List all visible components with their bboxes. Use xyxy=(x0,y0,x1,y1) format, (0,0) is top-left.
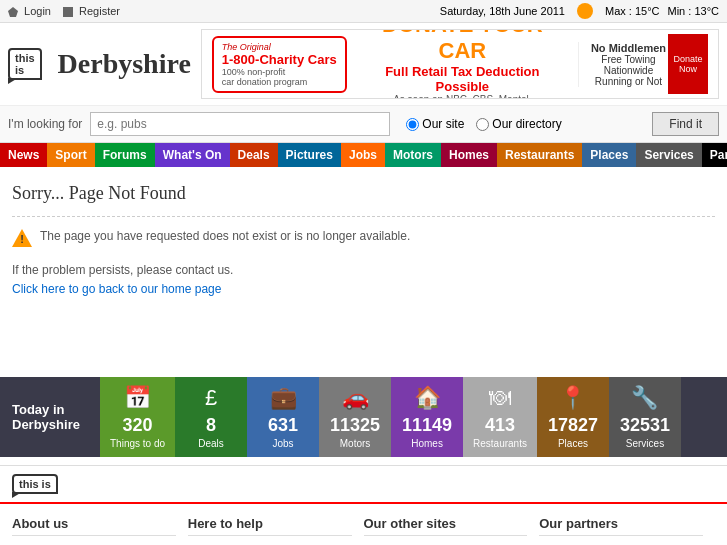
radio-group: Our site Our directory xyxy=(406,117,561,131)
stat-icon-motors: 🚗 xyxy=(342,385,369,411)
footer-col-title-our-partners: Our partners xyxy=(539,516,703,536)
footer-col-here-to-help: Here to help xyxy=(188,516,364,542)
min-temp: Min : 13°C xyxy=(668,5,719,17)
nav-item-homes[interactable]: Homes xyxy=(441,143,497,167)
stat-item-things-to-do[interactable]: 📅320Things to do xyxy=(100,377,175,457)
banner-ad[interactable]: The Original 1-800-Charity Cars 100% non… xyxy=(201,29,719,99)
radio-directory[interactable]: Our directory xyxy=(476,117,561,131)
nav-item-sport[interactable]: Sport xyxy=(47,143,94,167)
stat-icon-restaurants: 🍽 xyxy=(489,385,511,411)
nav-item-jobs[interactable]: Jobs xyxy=(341,143,385,167)
nav-item-restaurants[interactable]: Restaurants xyxy=(497,143,582,167)
charity-name: 1-800-Charity Cars xyxy=(222,52,337,67)
banner-right: No Middlemen Free Towing Nationwide Runn… xyxy=(578,42,668,87)
find-button[interactable]: Find it xyxy=(652,112,719,136)
stat-icon-places: 📍 xyxy=(559,385,586,411)
nav-bar: NewsSportForumsWhat's OnDealsPicturesJob… xyxy=(0,143,727,167)
nav-item-services[interactable]: Services xyxy=(636,143,701,167)
footer-col-our-other-sites: Our other sites xyxy=(364,516,540,542)
max-temp: Max : 15°C xyxy=(605,5,660,17)
stat-icon-services: 🔧 xyxy=(631,385,658,411)
banner-left: The Original 1-800-Charity Cars 100% non… xyxy=(212,36,347,93)
contact-text: If the problem persists, please contact … xyxy=(12,263,715,277)
nav-item-forums[interactable]: Forums xyxy=(95,143,155,167)
search-label: I'm looking for xyxy=(8,117,82,131)
stat-item-motors[interactable]: 🚗11325Motors xyxy=(319,377,391,457)
nav-item-places[interactable]: Places xyxy=(582,143,636,167)
nav-item-whatson[interactable]: What's On xyxy=(155,143,230,167)
footer-col-our-partners: Our partners xyxy=(539,516,715,542)
footer-logo-bar: this is xyxy=(0,465,727,502)
warning-box: ! The page you have requested does not e… xyxy=(12,229,715,247)
weather-icon xyxy=(577,3,593,19)
home-link[interactable]: Click here to go back to our home page xyxy=(12,282,221,296)
nav-item-motors[interactable]: Motors xyxy=(385,143,441,167)
search-bar: I'm looking for Our site Our directory F… xyxy=(0,106,727,143)
nav-item-news[interactable]: News xyxy=(0,143,47,167)
banner-donate-box: DonateNow xyxy=(668,34,708,94)
footer-logo: this is xyxy=(12,474,58,494)
stat-item-restaurants[interactable]: 🍽413Restaurants xyxy=(463,377,537,457)
login-link[interactable]: Login xyxy=(8,5,51,17)
footer-col-title-about-us: About us xyxy=(12,516,176,536)
register-link[interactable]: Register xyxy=(63,5,120,17)
stat-icon-deals: £ xyxy=(205,385,217,411)
page-not-found-title: Sorry... Page Not Found xyxy=(12,183,715,204)
stat-item-homes[interactable]: 🏠11149Homes xyxy=(391,377,463,457)
footer-col-about-us: About us xyxy=(12,516,188,542)
content-divider xyxy=(12,216,715,217)
stat-item-deals[interactable]: £8Deals xyxy=(175,377,247,457)
banner-center: DONATE YOUR CAR Full Retail Tax Deductio… xyxy=(347,29,578,99)
charity-sub: 100% non-profitcar donation program xyxy=(222,67,337,87)
nav-item-partners[interactable]: Partners xyxy=(702,143,727,167)
radio-our-site[interactable]: Our site xyxy=(406,117,464,131)
stat-item-places[interactable]: 📍17827Places xyxy=(537,377,609,457)
nav-item-deals[interactable]: Deals xyxy=(230,143,278,167)
stat-item-services[interactable]: 🔧32531Services xyxy=(609,377,681,457)
nav-item-pictures[interactable]: Pictures xyxy=(278,143,341,167)
warning-message: The page you have requested does not exi… xyxy=(40,229,410,243)
footer-links: About usHere to helpOur other sitesOur p… xyxy=(0,502,727,545)
search-input[interactable] xyxy=(90,112,390,136)
stat-icon-things-to-do: 📅 xyxy=(124,385,151,411)
date-display: Saturday, 18th June 2011 xyxy=(440,5,565,17)
warning-icon: ! xyxy=(12,229,32,247)
footer-col-title-here-to-help: Here to help xyxy=(188,516,352,536)
top-bar: Login Register Saturday, 18th June 2011 … xyxy=(0,0,727,23)
stats-label: Today inDerbyshire xyxy=(0,377,100,457)
top-bar-right: Saturday, 18th June 2011 Max : 15°C Min … xyxy=(440,3,719,19)
stat-icon-jobs: 💼 xyxy=(270,385,297,411)
main-content: Sorry... Page Not Found ! The page you h… xyxy=(0,167,727,367)
site-name: Derbyshire xyxy=(58,48,191,80)
footer-col-title-our-other-sites: Our other sites xyxy=(364,516,528,536)
site-header: this is Derbyshire The Original 1-800-Ch… xyxy=(0,23,727,106)
stat-item-jobs[interactable]: 💼631Jobs xyxy=(247,377,319,457)
top-bar-left: Login Register xyxy=(8,5,120,17)
stat-icon-homes: 🏠 xyxy=(414,385,441,411)
logo-box: this is xyxy=(8,48,42,80)
stats-bar: Today inDerbyshire 📅320Things to do£8Dea… xyxy=(0,377,727,457)
